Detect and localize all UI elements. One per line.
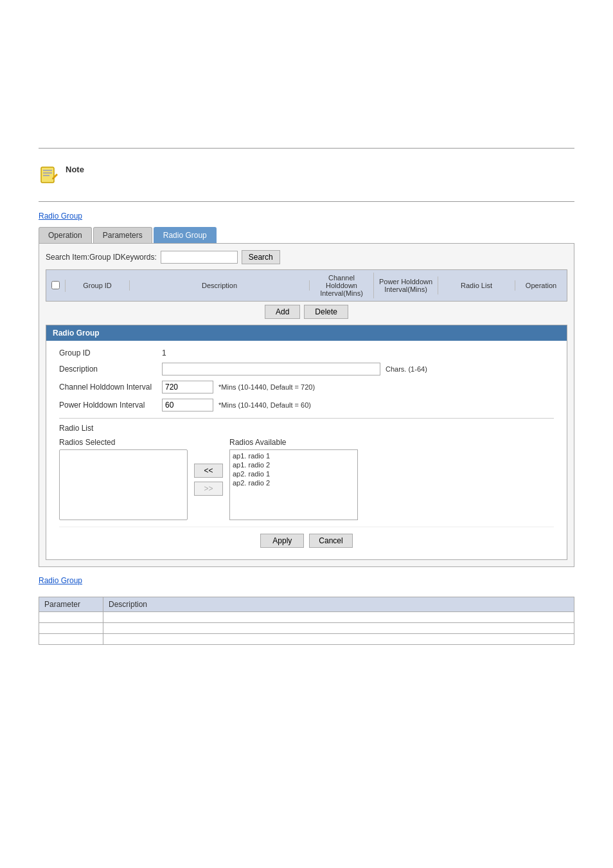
table-cell — [103, 623, 574, 634]
radios-available-col-label: Radios Available — [229, 438, 287, 447]
radio-list-section: Radio List Radios Selected Radios Availa… — [59, 418, 554, 520]
power-holddown-hint: *Mins (10-1440, Default = 60) — [218, 401, 311, 409]
table-cell — [103, 634, 574, 645]
radios-available-label: Radios Available — [229, 438, 287, 447]
radios-available-list[interactable]: ap1. radio 1ap1. radio 2ap2. radio 1ap2.… — [229, 449, 358, 520]
bottom-note-divider — [39, 201, 574, 202]
description-label: Description — [59, 365, 162, 374]
search-input[interactable] — [161, 251, 238, 264]
table-row — [39, 612, 574, 623]
group-id-value: 1 — [162, 348, 166, 357]
radios-selected-col — [59, 449, 188, 520]
radio-group-panel: Radio Group Group ID 1 Description Chars… — [46, 325, 567, 560]
cancel-button[interactable]: Cancel — [309, 534, 352, 548]
col-operation: Operation — [515, 280, 567, 291]
table-cell — [39, 634, 103, 645]
note-title: Note — [66, 165, 84, 174]
table-cell — [39, 612, 103, 623]
form-row-group-id: Group ID 1 — [59, 348, 554, 357]
note-box: Note — [39, 158, 574, 192]
apply-button[interactable]: Apply — [260, 534, 304, 548]
power-holddown-input[interactable] — [162, 399, 213, 411]
bottom-table: Parameter Description — [39, 597, 574, 645]
col-description: Description — [130, 280, 310, 291]
channel-holddown-label: Channel Holddown Interval — [59, 383, 162, 392]
channel-holddown-hint: *Mins (10-1440, Default = 720) — [218, 383, 315, 391]
add-delete-row: Add Delete — [46, 302, 567, 322]
radio-available-item[interactable]: ap2. radio 2 — [233, 478, 355, 487]
svg-rect-3 — [43, 175, 49, 176]
col-group-id: Group ID — [66, 280, 130, 291]
channel-holddown-input[interactable] — [162, 381, 213, 393]
bottom-col-description: Description — [103, 597, 574, 612]
table-cell — [103, 612, 574, 623]
form-row-power-holddown: Power Holddown Interval *Mins (10-1440, … — [59, 399, 554, 411]
top-divider — [39, 148, 574, 149]
note-icon — [39, 165, 59, 185]
radio-group-body: Group ID 1 Description Chars. (1-64) Cha… — [46, 341, 567, 559]
search-label: Search Item:Group IDKeywords: — [46, 253, 157, 262]
tab-radio-group[interactable]: Radio Group — [154, 227, 217, 243]
col-channel-holddown: Channel Holddown Interval(Mins) — [310, 273, 374, 298]
radio-group-link[interactable]: Radio Group — [39, 212, 82, 221]
move-left-button[interactable]: << — [194, 464, 223, 478]
col-power-holddown: Power Holddown Interval(Mins) — [374, 276, 438, 294]
top-section — [39, 13, 574, 129]
radios-row: << >> ap1. radio 1ap1. radio 2ap2. radio… — [59, 449, 554, 520]
radio-group-header: Radio Group — [46, 325, 567, 341]
move-right-button[interactable]: >> — [194, 482, 223, 496]
form-row-description: Description Chars. (1-64) — [59, 363, 554, 375]
table-row — [39, 634, 574, 645]
col-checkbox — [46, 280, 66, 292]
power-holddown-label: Power Holddown Interval — [59, 401, 162, 410]
radios-available-col: ap1. radio 1ap1. radio 2ap2. radio 1ap2.… — [229, 449, 358, 520]
description-input[interactable] — [162, 363, 380, 375]
table-header: Group ID Description Channel Holddown In… — [46, 269, 567, 302]
select-all-checkbox[interactable] — [51, 281, 60, 289]
radios-selected-list[interactable] — [59, 449, 188, 520]
search-row: Search Item:Group IDKeywords: Search — [46, 250, 567, 264]
tabs-container: Operation Parameters Radio Group — [39, 227, 574, 243]
form-row-channel-holddown: Channel Holddown Interval *Mins (10-1440… — [59, 381, 554, 393]
svg-rect-2 — [43, 172, 52, 174]
radio-available-item[interactable]: ap1. radio 1 — [233, 451, 355, 460]
radio-list-label: Radio List — [59, 424, 554, 433]
add-button[interactable]: Add — [265, 305, 300, 319]
note-content: Note — [66, 165, 84, 177]
radio-available-item[interactable]: ap1. radio 2 — [233, 460, 355, 469]
radios-transfer-buttons: << >> — [188, 464, 229, 496]
table-row — [39, 623, 574, 634]
tab-operation[interactable]: Operation — [39, 227, 92, 243]
tab-parameters[interactable]: Parameters — [93, 227, 152, 243]
radio-available-item[interactable]: ap2. radio 1 — [233, 469, 355, 478]
radios-selected-col-label: Radios Selected — [59, 438, 188, 447]
main-panel: Search Item:Group IDKeywords: Search Gro… — [39, 243, 574, 567]
delete-button[interactable]: Delete — [304, 305, 348, 319]
search-button[interactable]: Search — [242, 250, 280, 264]
bottom-col-parameter: Parameter — [39, 597, 103, 612]
col-radio-list: Radio List — [438, 280, 515, 291]
svg-rect-1 — [43, 170, 52, 171]
form-actions: Apply Cancel — [59, 527, 554, 552]
table-cell — [39, 623, 103, 634]
bottom-radio-group-link[interactable]: Radio Group — [39, 576, 82, 585]
group-id-label: Group ID — [59, 348, 162, 357]
radios-selected-label: Radios Selected — [59, 438, 115, 447]
description-hint: Chars. (1-64) — [386, 365, 427, 373]
